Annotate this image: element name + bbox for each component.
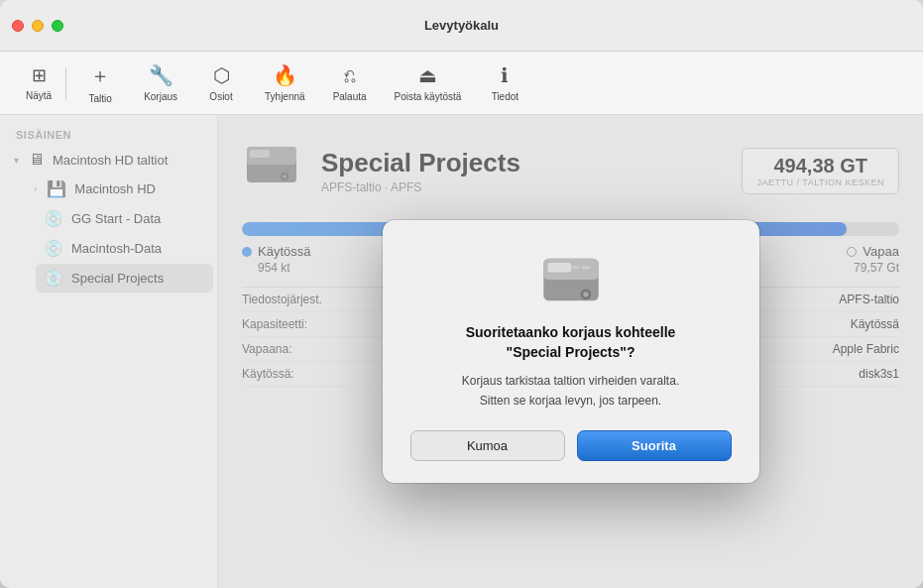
tattoo-icon: ＋: [90, 62, 110, 89]
content-area: Special Projects APFS-taltio · APFS 494,…: [218, 115, 923, 588]
sidebar-item-special-projects[interactable]: 💿 Special Projects: [36, 264, 213, 293]
svg-rect-7: [547, 263, 570, 273]
view-icon: ⊞: [32, 64, 47, 86]
repair-dialog: Suoritetaanko korjaus kohteelle"Special …: [383, 220, 759, 483]
restore-button[interactable]: ⎌ Palauta: [319, 59, 381, 108]
drive-icon: 🖥: [29, 151, 45, 169]
disclosure-arrow-2: ›: [34, 183, 37, 194]
svg-point-9: [583, 292, 588, 296]
sidebar-item-macintosh-hd[interactable]: › 💾 Macintosh HD: [36, 175, 213, 203]
sidebar: Sisäinen ▾ 🖥 Macintosh HD taltiot › 💾 Ma…: [0, 115, 218, 588]
view-label: Näytä: [26, 90, 52, 101]
dialog-title: Suoritetaanko korjaus kohteelle"Special …: [466, 323, 676, 362]
confirm-button[interactable]: Suorita: [577, 430, 732, 461]
erase-label: Tyhjennä: [265, 91, 305, 102]
partition-label: Osiot: [209, 91, 232, 102]
sidebar-item-label-2: GG Start - Data: [71, 211, 161, 226]
minimize-button[interactable]: [32, 20, 44, 32]
dialog-message: Korjaus tarkistaa taltion virheiden vara…: [462, 372, 679, 410]
volume-icon-1: 💾: [47, 179, 66, 198]
window-title: Levytyökalu: [424, 18, 499, 33]
sidebar-item-macintosh-data[interactable]: 💿 Macintosh-Data: [36, 234, 213, 263]
view-button[interactable]: ⊞ Näytä: [16, 59, 61, 107]
sidebar-sub-items: › 💾 Macintosh HD 💿 GG Start - Data 💿 Mac…: [0, 175, 217, 293]
sidebar-section-internal: Sisäinen: [0, 125, 217, 145]
erase-button[interactable]: 🔥 Tyhjennä: [251, 58, 319, 108]
titlebar: Levytyökalu: [0, 0, 923, 52]
tattoo-label: Taltio: [88, 93, 111, 104]
volume-icon-4: 💿: [44, 269, 63, 288]
dialog-buttons: Kumoa Suorita: [410, 430, 732, 461]
restore-label: Palauta: [333, 91, 367, 102]
info-label: Tiedot: [492, 91, 519, 102]
sidebar-item-label-1: Macintosh HD: [74, 181, 156, 196]
dialog-overlay: Suoritetaanko korjaus kohteelle"Special …: [218, 115, 923, 588]
sidebar-item-label-4: Special Projects: [71, 271, 164, 286]
unmount-label: Poista käytöstä: [395, 91, 462, 102]
volume-icon-3: 💿: [44, 239, 63, 258]
unmount-icon: ⏏: [418, 63, 437, 87]
volume-icon-2: 💿: [44, 209, 63, 228]
toolbar-separator-1: [65, 67, 66, 99]
unmount-button[interactable]: ⏏ Poista käytöstä: [381, 58, 476, 108]
partition-button[interactable]: ⬡ Osiot: [191, 58, 251, 108]
svg-rect-11: [581, 266, 590, 269]
repair-icon: 🔧: [149, 63, 173, 87]
partition-icon: ⬡: [213, 63, 230, 87]
traffic-lights: [12, 20, 63, 32]
restore-icon: ⎌: [344, 64, 356, 87]
main-content: Sisäinen ▾ 🖥 Macintosh HD taltiot › 💾 Ma…: [0, 115, 923, 588]
info-icon: ℹ: [501, 63, 509, 87]
dialog-disk-icon: [539, 248, 603, 311]
maximize-button[interactable]: [52, 20, 63, 32]
sidebar-item-label-3: Macintosh-Data: [71, 241, 162, 256]
info-button[interactable]: ℹ Tiedot: [475, 58, 534, 108]
close-button[interactable]: [12, 20, 24, 32]
sidebar-item-gg-start[interactable]: 💿 GG Start - Data: [36, 204, 213, 233]
repair-label: Korjaus: [144, 91, 177, 102]
toolbar: ⊞ Näytä ＋ Taltio 🔧 Korjaus ⬡ Osiot 🔥 Tyh…: [0, 52, 923, 115]
repair-button[interactable]: 🔧 Korjaus: [130, 58, 191, 108]
main-window: Levytyökalu ⊞ Näytä ＋ Taltio 🔧 Korjaus ⬡…: [0, 0, 923, 588]
cancel-button[interactable]: Kumoa: [410, 430, 565, 461]
sidebar-item-macintosh-hd-group[interactable]: ▾ 🖥 Macintosh HD taltiot: [4, 146, 213, 174]
erase-icon: 🔥: [273, 63, 297, 87]
tattoo-button[interactable]: ＋ Taltio: [70, 57, 130, 110]
sidebar-item-label: Macintosh HD taltiot: [53, 153, 168, 168]
svg-rect-10: [571, 266, 580, 269]
disclosure-arrow: ▾: [14, 155, 19, 166]
